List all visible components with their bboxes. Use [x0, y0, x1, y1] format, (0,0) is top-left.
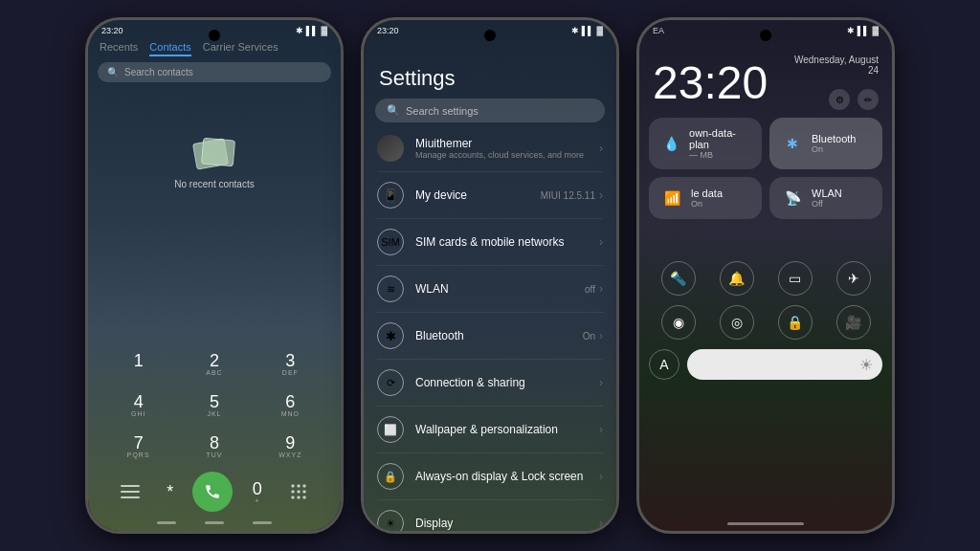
miuithemer-right: › [599, 142, 603, 155]
screencast-button[interactable]: ▭ [778, 261, 813, 296]
card-2 [201, 138, 235, 167]
video-button[interactable]: 🎥 [836, 305, 871, 340]
bluetooth-title: Bluetooth [415, 329, 571, 342]
aod-title: Always-on display & Lock screen [415, 470, 588, 483]
wallpaper-title: Wallpaper & personalization [415, 423, 588, 436]
location-button[interactable]: ◎ [720, 305, 754, 340]
dial-num-1: 1 [134, 352, 144, 369]
dial-key-zero[interactable]: 0 + [247, 474, 268, 510]
connection-right: › [599, 376, 603, 389]
phone-3-screen: EA ✱ ▌▌ ▓ 23:20 Wednesday, August 24 ⚙ ✏… [639, 20, 892, 531]
battery-icon: ▓ [321, 26, 327, 35]
dial-num-5: 5 [210, 393, 219, 410]
connection-content: Connection & sharing [415, 376, 588, 389]
dial-num-zero: 0 [253, 480, 262, 497]
dial-key-1[interactable]: 1 [103, 346, 173, 382]
auto-brightness-button[interactable]: A [649, 349, 679, 380]
bluetooth-right: On › [583, 329, 603, 342]
wallpaper-content: Wallpaper & personalization [415, 423, 588, 436]
battery-icon-2: ▓ [596, 26, 603, 35]
display-content: Display [415, 517, 588, 530]
mobile-data-tile[interactable]: 💧 own-data-plan — MB [649, 118, 762, 169]
miuithemer-title: Miuithemer [415, 137, 588, 150]
camera-hole [209, 30, 220, 41]
mobile-data-sub: — MB [689, 150, 750, 160]
dial-letters-9: WXYZ [278, 452, 301, 458]
dial-key-6[interactable]: 6 MNO [256, 387, 325, 423]
settings-item-bluetooth[interactable]: ✱ Bluetooth On › [364, 313, 616, 359]
dial-key-star[interactable]: * [161, 477, 179, 506]
svg-rect-2 [121, 496, 140, 498]
no-contacts-text: No recent contacts [174, 179, 254, 189]
autolock-button[interactable]: 🔒 [778, 305, 813, 340]
tab-recents[interactable]: Recents [100, 41, 138, 56]
quick-icons-row2: ◉ ◎ 🔒 🎥 [649, 305, 882, 340]
dial-num-7: 7 [134, 434, 144, 452]
settings-search-bar[interactable]: 🔍 Search settings [375, 99, 605, 122]
bluetooth-tile-title: Bluetooth [812, 133, 856, 144]
svg-rect-0 [121, 485, 140, 487]
settings-item-connection[interactable]: ⟳ Connection & sharing › [364, 360, 616, 406]
le-data-tile[interactable]: 📶 le data On [649, 177, 762, 219]
svg-rect-9 [291, 496, 294, 499]
chevron-icon-4: › [599, 282, 603, 296]
rotation-button[interactable]: ◉ [661, 305, 696, 340]
le-data-title: le data [691, 187, 723, 199]
dial-letters-3: DEF [282, 369, 299, 376]
airplane-button[interactable]: ✈ [836, 261, 871, 296]
edit-icon[interactable]: ✏ [858, 89, 879, 110]
control-tiles: 💧 own-data-plan — MB ✱ Bluetooth On 📶 le… [649, 118, 882, 219]
status-icons-1: ✱ ▌▌ ▓ [296, 26, 327, 35]
wlan-content: WLAN [415, 282, 573, 296]
dial-key-9[interactable]: 9 WXYZ [256, 429, 325, 464]
notification-button[interactable]: 🔔 [720, 261, 754, 296]
contacts-empty-icon [190, 135, 238, 173]
lock-time: 23:20 [639, 33, 781, 106]
dial-key-5[interactable]: 5 JKL [179, 387, 249, 423]
settings-item-wallpaper[interactable]: ⬜ Wallpaper & personalization › [364, 407, 616, 452]
dial-key-4[interactable]: 4 GHI [103, 387, 173, 423]
auto-brightness-label: A [659, 357, 668, 372]
chevron-icon-2: › [599, 188, 603, 202]
bt-icon-2: ✱ [571, 26, 579, 35]
brightness-slider[interactable]: ☀ [687, 349, 882, 380]
wlan-status: off [585, 284, 595, 295]
dial-letters-5: JKL [207, 410, 221, 417]
settings-item-wlan[interactable]: ≋ WLAN off › [364, 266, 616, 312]
miuithemer-sub: Manage accounts, cloud services, and mor… [415, 150, 588, 160]
svg-rect-8 [302, 491, 305, 494]
bluetooth-tile-icon: ✱ [781, 132, 804, 155]
bluetooth-tile[interactable]: ✱ Bluetooth On [769, 118, 882, 169]
menu-button[interactable] [113, 474, 147, 509]
tab-contacts[interactable]: Contacts [149, 41, 190, 56]
svg-rect-10 [297, 496, 300, 499]
dial-key-8[interactable]: 8 TUV [179, 429, 249, 464]
dial-key-7[interactable]: 7 PQRS [103, 429, 173, 464]
svg-rect-6 [291, 491, 294, 494]
search-placeholder: Search contacts [124, 67, 193, 77]
nav-recent [253, 521, 272, 524]
phone-2-screen: 23:20 ✱ ▌▌ ▓ Settings 🔍 Search settings … [364, 20, 616, 531]
dial-key-2[interactable]: 2 ABC [179, 346, 249, 382]
settings-item-display[interactable]: ☀ Display › [364, 500, 616, 531]
no-contacts-area: No recent contacts [88, 135, 341, 189]
settings-item-sim[interactable]: SIM SIM cards & mobile networks › [364, 219, 616, 265]
tab-carrier[interactable]: Carrier Services [203, 41, 278, 56]
wlan-tile[interactable]: 📡 WLAN Off [769, 177, 882, 219]
settings-item-aod[interactable]: 🔒 Always-on display & Lock screen › [364, 453, 616, 499]
svg-rect-5 [302, 485, 305, 488]
ea-badge: EA [653, 26, 664, 35]
display-title: Display [415, 517, 588, 530]
search-bar-contacts[interactable]: 🔍 Search contacts [98, 62, 331, 82]
quick-icons-row1: 🔦 🔔 ▭ ✈ [649, 261, 882, 296]
settings-title: Settings [364, 37, 616, 99]
dialpad-toggle[interactable] [281, 474, 316, 509]
wallpaper-icon: ⬜ [377, 416, 404, 443]
dial-key-3[interactable]: 3 DEF [256, 346, 325, 382]
settings-item-miuithemer[interactable]: Miuithemer Manage accounts, cloud servic… [364, 125, 616, 171]
settings-icon[interactable]: ⚙ [829, 89, 850, 110]
flashlight-button[interactable]: 🔦 [661, 261, 696, 296]
call-button[interactable] [192, 472, 233, 512]
svg-rect-1 [121, 491, 140, 493]
settings-item-mydevice[interactable]: 📱 My device MIUI 12.5.11 › [364, 172, 616, 218]
